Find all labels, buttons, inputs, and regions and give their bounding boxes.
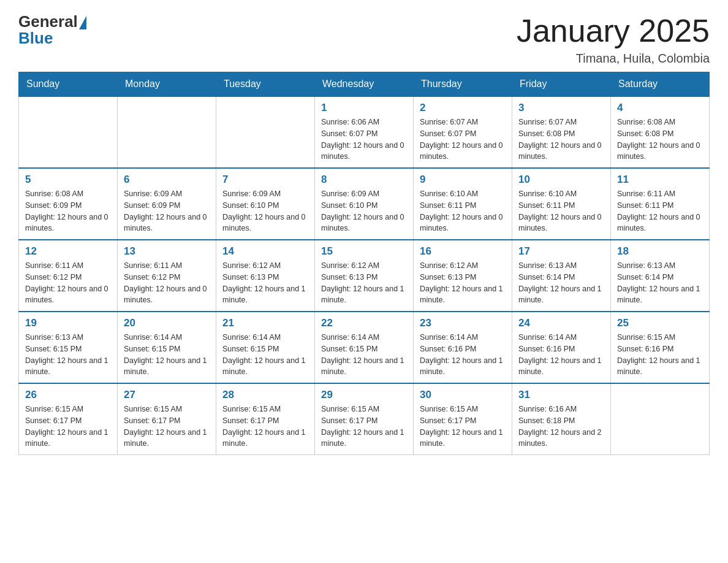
day-number: 22	[321, 317, 407, 329]
day-number: 3	[518, 102, 604, 114]
day-number: 13	[124, 245, 210, 258]
day-number: 24	[518, 317, 604, 329]
week-row-4: 19Sunrise: 6:13 AM Sunset: 6:15 PM Dayli…	[19, 312, 710, 383]
calendar-cell: 8Sunrise: 6:09 AM Sunset: 6:10 PM Daylig…	[315, 168, 414, 240]
calendar-cell: 1Sunrise: 6:06 AM Sunset: 6:07 PM Daylig…	[315, 96, 414, 168]
day-number: 20	[124, 317, 210, 329]
day-info: Sunrise: 6:15 AM Sunset: 6:17 PM Dayligh…	[321, 404, 407, 450]
day-number: 5	[25, 174, 111, 186]
day-info: Sunrise: 6:15 AM Sunset: 6:16 PM Dayligh…	[617, 332, 703, 378]
calendar-cell: 22Sunrise: 6:14 AM Sunset: 6:15 PM Dayli…	[315, 312, 414, 383]
calendar-cell: 25Sunrise: 6:15 AM Sunset: 6:16 PM Dayli…	[611, 312, 710, 383]
day-number: 17	[518, 245, 604, 258]
day-number: 4	[617, 102, 703, 114]
calendar-cell: 14Sunrise: 6:12 AM Sunset: 6:13 PM Dayli…	[216, 240, 315, 312]
calendar-cell	[611, 383, 710, 455]
day-number: 1	[321, 102, 407, 114]
day-info: Sunrise: 6:14 AM Sunset: 6:16 PM Dayligh…	[420, 332, 506, 378]
calendar-cell: 21Sunrise: 6:14 AM Sunset: 6:15 PM Dayli…	[216, 312, 315, 383]
weekday-header-monday: Monday	[118, 72, 216, 97]
day-info: Sunrise: 6:13 AM Sunset: 6:15 PM Dayligh…	[25, 332, 111, 378]
day-info: Sunrise: 6:12 AM Sunset: 6:13 PM Dayligh…	[222, 260, 308, 306]
day-number: 25	[617, 317, 703, 329]
day-info: Sunrise: 6:10 AM Sunset: 6:11 PM Dayligh…	[518, 188, 604, 234]
day-number: 14	[222, 245, 308, 258]
calendar-cell: 26Sunrise: 6:15 AM Sunset: 6:17 PM Dayli…	[19, 383, 118, 455]
logo-triangle-icon	[79, 16, 86, 29]
week-row-2: 5Sunrise: 6:08 AM Sunset: 6:09 PM Daylig…	[19, 168, 710, 240]
day-info: Sunrise: 6:15 AM Sunset: 6:17 PM Dayligh…	[124, 404, 210, 450]
calendar-cell: 3Sunrise: 6:07 AM Sunset: 6:08 PM Daylig…	[512, 96, 611, 168]
week-row-1: 1Sunrise: 6:06 AM Sunset: 6:07 PM Daylig…	[19, 96, 710, 168]
calendar-cell: 17Sunrise: 6:13 AM Sunset: 6:14 PM Dayli…	[512, 240, 611, 312]
calendar-cell: 29Sunrise: 6:15 AM Sunset: 6:17 PM Dayli…	[315, 383, 414, 455]
logo-blue-text: Blue	[18, 29, 53, 48]
day-number: 16	[420, 245, 506, 258]
day-info: Sunrise: 6:14 AM Sunset: 6:16 PM Dayligh…	[518, 332, 604, 378]
calendar-cell: 31Sunrise: 6:16 AM Sunset: 6:18 PM Dayli…	[512, 383, 611, 455]
calendar-title: January 2025	[517, 12, 710, 49]
calendar-cell: 18Sunrise: 6:13 AM Sunset: 6:14 PM Dayli…	[611, 240, 710, 312]
weekday-header-wednesday: Wednesday	[315, 72, 414, 97]
day-number: 29	[321, 389, 407, 401]
day-info: Sunrise: 6:07 AM Sunset: 6:07 PM Dayligh…	[420, 117, 506, 163]
day-number: 19	[25, 317, 111, 329]
calendar-cell: 20Sunrise: 6:14 AM Sunset: 6:15 PM Dayli…	[118, 312, 216, 383]
calendar-cell	[19, 96, 118, 168]
calendar-cell: 30Sunrise: 6:15 AM Sunset: 6:17 PM Dayli…	[414, 383, 512, 455]
day-number: 31	[518, 389, 604, 401]
weekday-header-friday: Friday	[512, 72, 611, 97]
calendar-cell: 15Sunrise: 6:12 AM Sunset: 6:13 PM Dayli…	[315, 240, 414, 312]
week-row-3: 12Sunrise: 6:11 AM Sunset: 6:12 PM Dayli…	[19, 240, 710, 312]
week-row-5: 26Sunrise: 6:15 AM Sunset: 6:17 PM Dayli…	[19, 383, 710, 455]
day-info: Sunrise: 6:12 AM Sunset: 6:13 PM Dayligh…	[420, 260, 506, 306]
calendar-cell: 16Sunrise: 6:12 AM Sunset: 6:13 PM Dayli…	[414, 240, 512, 312]
day-number: 28	[222, 389, 308, 401]
day-number: 2	[420, 102, 506, 114]
title-section: January 2025 Timana, Huila, Colombia	[517, 12, 710, 66]
calendar-cell: 2Sunrise: 6:07 AM Sunset: 6:07 PM Daylig…	[414, 96, 512, 168]
day-number: 9	[420, 174, 506, 186]
calendar-cell: 5Sunrise: 6:08 AM Sunset: 6:09 PM Daylig…	[19, 168, 118, 240]
day-info: Sunrise: 6:11 AM Sunset: 6:11 PM Dayligh…	[617, 188, 703, 234]
day-info: Sunrise: 6:16 AM Sunset: 6:18 PM Dayligh…	[518, 404, 604, 450]
day-info: Sunrise: 6:14 AM Sunset: 6:15 PM Dayligh…	[124, 332, 210, 378]
calendar-cell: 6Sunrise: 6:09 AM Sunset: 6:09 PM Daylig…	[118, 168, 216, 240]
day-number: 7	[222, 174, 308, 186]
day-number: 12	[25, 245, 111, 258]
day-number: 8	[321, 174, 407, 186]
day-number: 21	[222, 317, 308, 329]
calendar-cell: 4Sunrise: 6:08 AM Sunset: 6:08 PM Daylig…	[611, 96, 710, 168]
weekday-header-row: SundayMondayTuesdayWednesdayThursdayFrid…	[19, 72, 710, 97]
day-number: 18	[617, 245, 703, 258]
calendar-cell: 28Sunrise: 6:15 AM Sunset: 6:17 PM Dayli…	[216, 383, 315, 455]
day-info: Sunrise: 6:12 AM Sunset: 6:13 PM Dayligh…	[321, 260, 407, 306]
day-number: 10	[518, 174, 604, 186]
day-info: Sunrise: 6:11 AM Sunset: 6:12 PM Dayligh…	[25, 260, 111, 306]
day-info: Sunrise: 6:14 AM Sunset: 6:15 PM Dayligh…	[222, 332, 308, 378]
day-info: Sunrise: 6:08 AM Sunset: 6:08 PM Dayligh…	[617, 117, 703, 163]
day-info: Sunrise: 6:06 AM Sunset: 6:07 PM Dayligh…	[321, 117, 407, 163]
page-header: General Blue January 2025 Timana, Huila,…	[18, 12, 710, 66]
calendar-cell: 12Sunrise: 6:11 AM Sunset: 6:12 PM Dayli…	[19, 240, 118, 312]
day-info: Sunrise: 6:14 AM Sunset: 6:15 PM Dayligh…	[321, 332, 407, 378]
calendar-cell: 27Sunrise: 6:15 AM Sunset: 6:17 PM Dayli…	[118, 383, 216, 455]
day-number: 27	[124, 389, 210, 401]
day-info: Sunrise: 6:09 AM Sunset: 6:10 PM Dayligh…	[321, 188, 407, 234]
calendar-cell: 7Sunrise: 6:09 AM Sunset: 6:10 PM Daylig…	[216, 168, 315, 240]
day-info: Sunrise: 6:13 AM Sunset: 6:14 PM Dayligh…	[518, 260, 604, 306]
calendar-cell: 19Sunrise: 6:13 AM Sunset: 6:15 PM Dayli…	[19, 312, 118, 383]
calendar-cell: 11Sunrise: 6:11 AM Sunset: 6:11 PM Dayli…	[611, 168, 710, 240]
day-info: Sunrise: 6:10 AM Sunset: 6:11 PM Dayligh…	[420, 188, 506, 234]
calendar-cell: 10Sunrise: 6:10 AM Sunset: 6:11 PM Dayli…	[512, 168, 611, 240]
weekday-header-tuesday: Tuesday	[216, 72, 315, 97]
day-info: Sunrise: 6:15 AM Sunset: 6:17 PM Dayligh…	[222, 404, 308, 450]
day-info: Sunrise: 6:09 AM Sunset: 6:09 PM Dayligh…	[124, 188, 210, 234]
logo: General Blue	[18, 12, 86, 48]
day-number: 30	[420, 389, 506, 401]
day-info: Sunrise: 6:08 AM Sunset: 6:09 PM Dayligh…	[25, 188, 111, 234]
day-number: 23	[420, 317, 506, 329]
day-info: Sunrise: 6:07 AM Sunset: 6:08 PM Dayligh…	[518, 117, 604, 163]
calendar-cell: 24Sunrise: 6:14 AM Sunset: 6:16 PM Dayli…	[512, 312, 611, 383]
day-number: 15	[321, 245, 407, 258]
